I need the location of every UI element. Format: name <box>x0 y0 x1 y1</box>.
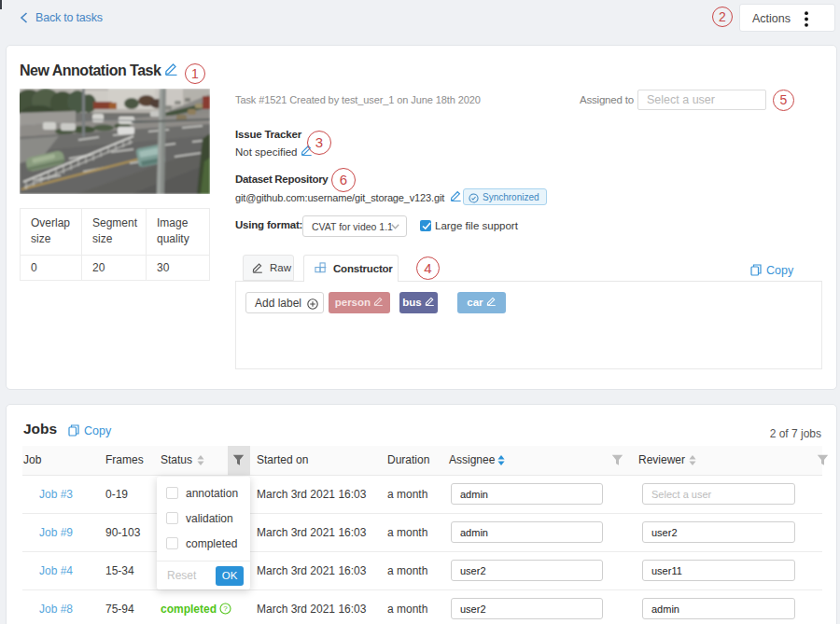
svg-text:?: ? <box>224 604 229 613</box>
